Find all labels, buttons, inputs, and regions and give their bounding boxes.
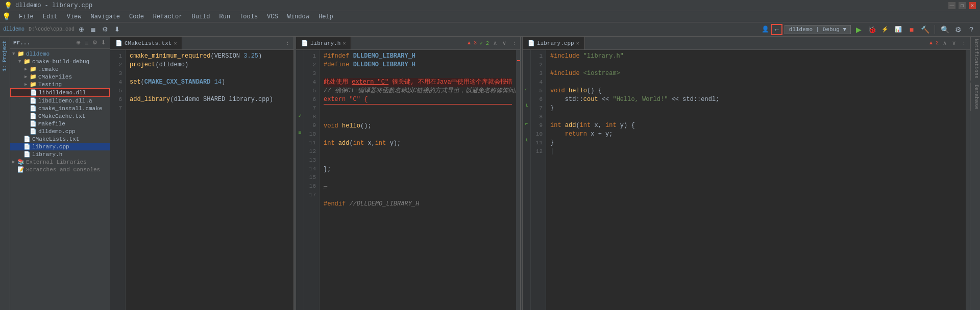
panel-add-btn[interactable]: ⊕ [75,39,82,46]
tab-label: CMakeLists.txt [125,40,172,46]
code-area-2[interactable]: #ifndef DLLDEMO_LIBRARY_H #define DLLDEM… [320,50,516,310]
menu-file[interactable]: File [15,12,38,21]
tab-close-btn-3[interactable]: ✕ [576,40,579,46]
notifications-panel[interactable]: Notifications [970,37,980,81]
tree-item-library-h[interactable]: 📄 library.h [10,150,110,158]
scratches-icon: 📝 [17,166,24,173]
title-bar-left: 💡 dlldemo - library.cpp [4,2,92,10]
main-layout: 1: Project Pr... ⊕ ≣ ⚙ ⬇ ▼ 📁 dlldemo ▼ [0,37,980,310]
tree-label: dlldemo [26,51,50,57]
maximize-button[interactable]: □ [959,2,966,9]
database-panel[interactable]: Database [970,83,980,111]
build-button[interactable]: 🔨 [919,24,930,35]
run-config-selector[interactable]: dlldemo | Debug ▼ [785,25,851,34]
stop-button[interactable]: ■ [906,24,917,35]
tab-close-btn[interactable]: ✕ [174,40,177,46]
menu-build[interactable]: Build [187,12,214,21]
file-icon: 📄 [30,105,37,112]
title-bar-title: dlldemo - library.cpp [15,2,92,9]
tree-item-dlldemo[interactable]: ▼ 📁 dlldemo [10,50,110,58]
menu-navigate[interactable]: Navigate [86,12,124,21]
tree-item-cmake[interactable]: ▶ 📁 .cmake [10,65,110,73]
editor-content-3[interactable]: ⌐ └ ⌐ └ 123456 789101112 #include "libra… [523,50,970,310]
toolbar-gear-btn[interactable]: ⚙ [100,24,110,34]
tab-up-btn[interactable]: ∧ [492,39,498,47]
editor-area: 📄 CMakeLists.txt ✕ ⋮ 1234567 cmake_minim… [110,37,980,310]
settings-button[interactable]: ⚙ [952,24,964,35]
editor-content-2[interactable]: ✓ ≡ 1234567 891011121314 151617 #ifndef … [296,50,520,310]
tab-close-btn[interactable]: ✕ [342,40,346,46]
tree-item-dlldemo-cpp[interactable]: 📄 dlldemo.cpp [10,127,110,135]
tree-item-cmakecache[interactable]: 📄 CMakeCache.txt [10,112,110,120]
tree-arrow: ▼ [12,51,17,57]
project-path: D:\code\cpp_cod [29,27,75,32]
menu-refactor[interactable]: Refactor [149,12,187,21]
tab-down-btn-3[interactable]: ∨ [951,39,957,47]
tree-label: cmake_install.cmake [38,106,102,112]
tree-label: .cmake [38,66,59,72]
toolbar-list-btn[interactable]: ≣ [88,24,98,34]
menu-view[interactable]: View [63,12,86,21]
profile-btn[interactable]: 📊 [893,24,904,35]
minimize-button[interactable]: — [948,2,955,9]
back-button[interactable]: ← [771,24,782,35]
editor-3: 📄 library.cpp ✕ ▲ 2 ∧ ∨ ⋮ ⌐ [523,37,970,310]
menu-tools[interactable]: Tools [235,12,262,21]
run-button[interactable]: ▶ [853,24,864,35]
tree-item-testing[interactable]: ▶ 📁 Testing [10,81,110,88]
tab-cmakelists[interactable]: 📄 CMakeLists.txt ✕ [110,37,182,49]
tree-item-scratches[interactable]: 📝 Scratches and Consoles [10,166,110,173]
scroll-indicator-3 [966,50,970,310]
menu-code[interactable]: Code [125,12,148,21]
tree-item-library-cpp[interactable]: 📄 library.cpp [10,143,110,150]
menu-help[interactable]: Help [314,12,337,21]
tab-menu-btn2[interactable]: ⋮ [510,39,518,47]
panel-down-btn[interactable]: ⬇ [100,39,107,46]
folder-icon: 📁 [17,50,24,57]
coverage-button[interactable]: ⚡ [879,24,891,35]
file-icon: 📄 [30,128,37,135]
gutter-block-start: ⌐ [525,87,528,95]
folder-icon: 📁 [30,66,37,72]
tree-item-cmake-build-debug[interactable]: ▼ 📁 cmake-build-debug [10,58,110,65]
folder-icon: 📁 [30,81,37,88]
tab-library-cpp[interactable]: 📄 library.cpp ✕ [523,37,585,49]
ok-count: ✓ 2 [480,40,489,46]
tree-arrow: ▶ [24,66,30,72]
debug-button[interactable]: 🐞 [866,24,877,35]
file-icon: 📄 [30,120,37,127]
toolbar-settings-btn[interactable]: ⊕ [77,24,86,34]
menu-run[interactable]: Run [215,12,234,21]
tab-menu-btn[interactable]: ⋮ [284,39,291,47]
tree-item-external-libs[interactable]: ▶ 📚 External Libraries [10,158,110,166]
editor-content-1[interactable]: 1234567 cmake_minimum_required(VERSION 3… [110,50,293,310]
code-area-3[interactable]: #include "library.h" #include <iostream>… [546,50,966,310]
tree-label: library.h [32,151,62,158]
tree-item-cmakelists[interactable]: 📄 CMakeLists.txt [10,135,110,143]
code-area-1[interactable]: cmake_minimum_required(VERSION 3.25) pro… [126,50,293,310]
tree-item-cmake-install[interactable]: 📄 cmake_install.cmake [10,105,110,112]
tab-up-btn-3[interactable]: ∧ [942,39,948,47]
project-panel-label[interactable]: 1: Project [2,41,8,71]
tree-label: dlldemo.cpp [38,128,76,135]
menu-window[interactable]: Window [283,12,313,21]
close-button[interactable]: ✕ [969,2,976,9]
panel-gear-btn[interactable]: ⚙ [91,39,99,46]
tree-item-libdlldemo-dll[interactable]: 📄 libdlldemo.dll [10,88,110,97]
help-button[interactable]: ? [966,24,977,35]
tab-down-btn2[interactable]: ∨ [501,39,507,47]
profile-icon: 👤 [762,25,769,33]
menu-edit[interactable]: Edit [39,12,62,21]
tree-label: cmake-build-debug [32,59,89,65]
folder-icon: 📁 [30,73,37,80]
tree-item-makefile[interactable]: 📄 Makefile [10,120,110,127]
search-button[interactable]: 🔍 [939,24,950,35]
tree-item-libdlldemo-a[interactable]: 📄 libdlldemo.dll.a [10,97,110,105]
tree-item-cmakefiles[interactable]: ▶ 📁 CMakeFiles [10,73,110,81]
toolbar-down-btn[interactable]: ⬇ [112,24,122,34]
tab-menu-btn-3[interactable]: ⋮ [960,39,968,47]
panel-list-btn[interactable]: ≣ [83,39,90,46]
tree-label: libdlldemo.dll.a [38,98,92,104]
menu-vcs[interactable]: VCS [263,12,282,21]
tab-library-h[interactable]: 📄 library.h ✕ [296,37,351,49]
